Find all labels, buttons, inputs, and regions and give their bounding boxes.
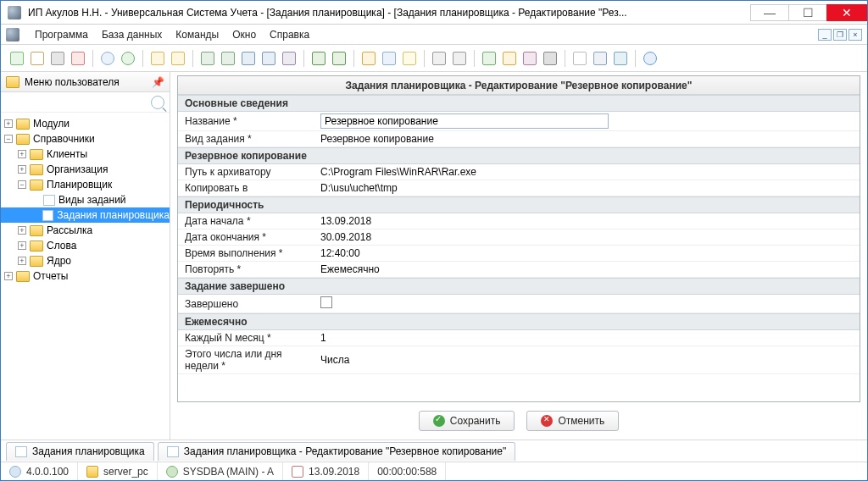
tree-task-types[interactable]: Виды заданий — [1, 192, 170, 207]
cancel-button[interactable]: Отменить — [526, 411, 619, 431]
checkbox-completed[interactable] — [320, 296, 332, 308]
label-repeat: Повторять * — [178, 262, 314, 277]
minimize-button[interactable]: — — [750, 4, 789, 21]
menu-commands[interactable]: Команды — [169, 26, 225, 43]
tab-planner-tasks[interactable]: Задания планировщика — [6, 442, 154, 461]
label-end: Дата окончания * — [178, 229, 314, 245]
tb-clone-icon[interactable] — [48, 49, 67, 68]
status-date: 13.09.2018 — [309, 466, 359, 478]
tb-filter-icon[interactable] — [148, 49, 167, 68]
tb-print-icon[interactable] — [591, 49, 609, 68]
tb-tree3-icon[interactable] — [239, 49, 258, 68]
tab-icon — [167, 446, 179, 457]
close-button[interactable]: ✕ — [826, 4, 867, 21]
tb-filter-clear-icon[interactable] — [169, 49, 187, 68]
tree-reports[interactable]: +Отчеты — [1, 268, 170, 284]
tb-tree1-icon[interactable] — [198, 49, 217, 68]
tb-tree4-icon[interactable] — [259, 49, 278, 68]
sidebar-search — [1, 92, 170, 113]
title-bar: ИП Акулов Н.Н. - Универсальная Система У… — [1, 1, 867, 25]
tb-tools-icon[interactable] — [450, 49, 469, 68]
status-user: SYSDBA (MAIN) - A — [183, 466, 274, 478]
pin-icon[interactable]: 📌 — [152, 76, 164, 88]
tb-delete-icon[interactable] — [69, 49, 87, 68]
label-this-day: Этого числа или дня недели * — [178, 346, 314, 373]
value-each-n-month[interactable]: 1 — [314, 330, 860, 346]
tb-excel-import-icon[interactable] — [330, 49, 348, 68]
menu-help[interactable]: Справка — [263, 26, 316, 43]
tb-excel-export-icon[interactable] — [309, 49, 328, 68]
sidebar-header: Меню пользователя 📌 — [1, 72, 170, 92]
input-name[interactable] — [320, 113, 609, 129]
window-title: ИП Акулов Н.Н. - Универсальная Система У… — [28, 7, 751, 19]
label-archpath: Путь к архиватору — [178, 164, 314, 180]
tb-report-icon[interactable] — [570, 49, 589, 68]
value-copyto[interactable]: D:\usu\uchet\tmp — [314, 180, 860, 196]
mdi-minimize-button[interactable]: _ — [818, 29, 832, 41]
section-period: Периодичность — [178, 196, 860, 213]
mdi-close-button[interactable]: × — [849, 29, 862, 41]
check-icon — [433, 415, 445, 427]
mdi-restore-button[interactable]: ❐ — [833, 29, 847, 41]
tree-modules[interactable]: +Модули — [1, 116, 170, 131]
db-icon — [6, 28, 19, 41]
value-archpath[interactable]: C:\Program Files\WinRAR\Rar.exe — [314, 164, 860, 180]
tree-mailing[interactable]: +Рассылка — [1, 223, 170, 238]
status-db-icon — [86, 466, 98, 478]
tb-share-icon[interactable] — [611, 49, 630, 68]
toolbar — [1, 45, 867, 72]
tb-settings-icon[interactable] — [430, 49, 448, 68]
label-exectime: Время выполнения * — [178, 246, 314, 261]
sidebar-title: Меню пользователя — [25, 76, 120, 88]
section-monthly: Ежемесячно — [178, 313, 860, 330]
search-icon[interactable] — [151, 96, 164, 109]
tb-check-icon[interactable] — [480, 49, 498, 68]
label-start: Дата начала * — [178, 213, 314, 229]
label-each-n-month: Каждый N месяц * — [178, 330, 314, 346]
section-backup: Резервное копирование — [178, 147, 860, 164]
tab-label-2: Задания планировщика - Редактирование "Р… — [184, 445, 507, 457]
tb-tree5-icon[interactable] — [280, 49, 298, 68]
tb-search-icon[interactable] — [98, 49, 117, 68]
main-area: Задания планировщика - Редактирование "Р… — [170, 72, 867, 440]
tb-server-icon[interactable] — [541, 49, 559, 68]
tab-label-1: Задания планировщика — [32, 445, 145, 457]
value-start[interactable]: 13.09.2018 — [314, 213, 860, 229]
tree-clients[interactable]: +Клиенты — [1, 147, 170, 162]
section-main: Основные сведения — [178, 95, 860, 112]
tree-planner[interactable]: −Планировщик — [1, 177, 170, 192]
tb-users-icon[interactable] — [520, 49, 539, 68]
tab-edit-task[interactable]: Задания планировщика - Редактирование "Р… — [158, 442, 516, 461]
cross-icon — [541, 415, 553, 427]
tb-table-icon[interactable] — [380, 49, 398, 68]
status-calendar-icon — [292, 466, 303, 478]
value-this-day[interactable]: Числа — [314, 352, 860, 368]
status-server: server_pc — [103, 466, 148, 478]
menu-program[interactable]: Программа — [28, 26, 95, 43]
tree-org[interactable]: +Организация — [1, 162, 170, 177]
tb-refresh-icon[interactable] — [119, 49, 137, 68]
tb-lock-icon[interactable] — [500, 49, 519, 68]
tb-edit-icon[interactable] — [28, 49, 47, 68]
value-exectime[interactable]: 12:40:00 — [314, 246, 860, 261]
tb-open-icon[interactable] — [359, 49, 378, 68]
tb-new-icon[interactable] — [8, 49, 26, 68]
maximize-button[interactable]: ☐ — [788, 4, 827, 21]
menu-database[interactable]: База данных — [95, 26, 169, 43]
tree-planner-tasks[interactable]: Задания планировщика — [1, 207, 170, 223]
value-repeat[interactable]: Ежемесячно — [314, 262, 860, 277]
tb-tree2-icon[interactable] — [219, 49, 237, 68]
tree-core[interactable]: +Ядро — [1, 253, 170, 268]
status-info-icon — [9, 466, 21, 478]
tb-notes-icon[interactable] — [400, 49, 419, 68]
folder-icon — [6, 76, 19, 88]
menu-window[interactable]: Окно — [225, 26, 263, 43]
status-user-icon — [166, 466, 178, 478]
value-end[interactable]: 30.09.2018 — [314, 229, 860, 245]
tree-refs[interactable]: −Справочники — [1, 131, 170, 147]
tree-words[interactable]: +Слова — [1, 238, 170, 253]
value-type[interactable]: Резервное копирование — [314, 131, 860, 147]
save-button[interactable]: Сохранить — [419, 411, 515, 431]
label-copyto: Копировать в — [178, 180, 314, 196]
tb-info-icon[interactable] — [641, 49, 659, 68]
